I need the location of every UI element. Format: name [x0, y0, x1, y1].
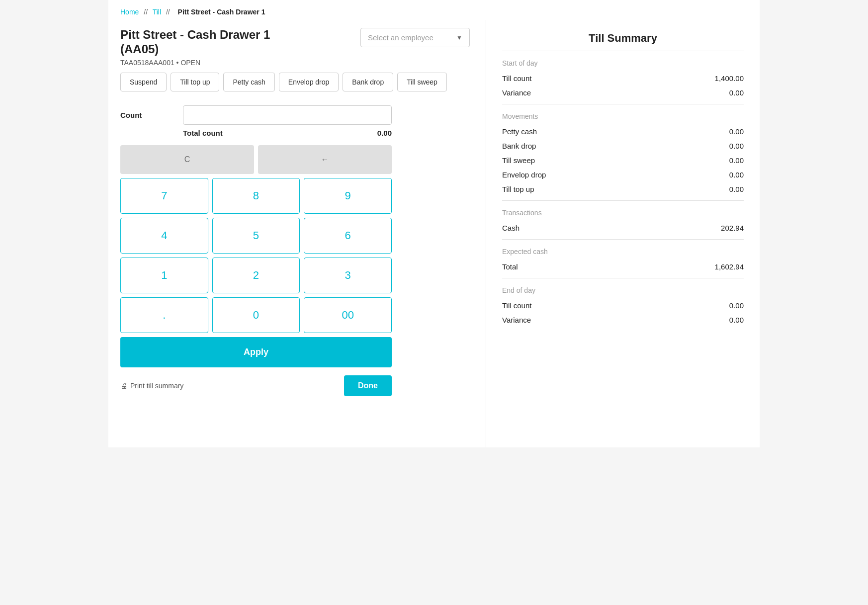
keypad: C ← 7 8 9 4 5 6 1 2 3 . 0 00 — [120, 145, 392, 396]
done-button[interactable]: Done — [344, 375, 392, 396]
till-count-end-label: Till count — [502, 301, 531, 310]
bank-drop-summary-label: Bank drop — [502, 142, 536, 150]
variance-end-row: Variance 0.00 — [502, 313, 744, 327]
right-panel: Till Summary Start of day Till count 1,4… — [486, 20, 760, 447]
till-sweep-button[interactable]: Till sweep — [397, 73, 447, 91]
bank-drop-row: Bank drop 0.00 — [502, 139, 744, 153]
action-buttons: Suspend Till top up Petty cash Envelop d… — [120, 73, 470, 91]
variance-end-value: 0.00 — [729, 316, 744, 324]
keypad-clear-button[interactable]: C — [120, 145, 254, 174]
bottom-row: 🖨 Print till summary Done — [120, 375, 392, 396]
chevron-down-icon: ▼ — [456, 34, 462, 41]
keypad-2[interactable]: 2 — [212, 258, 300, 293]
employee-select[interactable]: Select an employee ▼ — [360, 28, 470, 47]
count-row: Count — [120, 105, 470, 125]
apply-button[interactable]: Apply — [120, 337, 392, 367]
keypad-3[interactable]: 3 — [304, 258, 392, 293]
printer-icon: 🖨 — [120, 382, 127, 390]
keypad-9[interactable]: 9 — [304, 178, 392, 214]
total-row: Total 1,602.94 — [502, 259, 744, 274]
variance-start-label: Variance — [502, 88, 531, 97]
envelop-drop-summary-label: Envelop drop — [502, 171, 546, 179]
cash-label: Cash — [502, 224, 520, 232]
divider-3 — [502, 239, 744, 240]
breadcrumb-home[interactable]: Home — [120, 8, 139, 16]
divider-4 — [502, 278, 744, 278]
count-input[interactable] — [183, 105, 392, 125]
cash-row: Cash 202.94 — [502, 221, 744, 235]
keypad-0[interactable]: 0 — [212, 297, 300, 333]
till-sweep-row: Till sweep 0.00 — [502, 153, 744, 168]
variance-start-value: 0.00 — [729, 88, 744, 97]
till-count-start-value: 1,400.00 — [715, 74, 744, 83]
backspace-icon: ← — [321, 155, 329, 164]
total-value: 1,602.94 — [715, 262, 744, 271]
cash-value: 202.94 — [721, 224, 744, 232]
breadcrumb-till[interactable]: Till — [153, 8, 161, 16]
end-of-day-label: End of day — [502, 286, 744, 294]
till-top-up-summary-value: 0.00 — [729, 185, 744, 193]
till-sweep-summary-value: 0.00 — [729, 156, 744, 165]
till-top-up-button[interactable]: Till top up — [171, 73, 219, 91]
divider-2 — [502, 200, 744, 201]
header-row: Pitt Street - Cash Drawer 1 (AA05) TAA05… — [120, 28, 470, 67]
keypad-grid: 7 8 9 4 5 6 1 2 3 . 0 00 — [120, 178, 392, 333]
page-title: Pitt Street - Cash Drawer 1 (AA05) — [120, 28, 270, 57]
till-count-start-label: Till count — [502, 74, 531, 83]
start-of-day-label: Start of day — [502, 59, 744, 67]
employee-placeholder: Select an employee — [368, 33, 434, 42]
transactions-label: Transactions — [502, 209, 744, 217]
title-block: Pitt Street - Cash Drawer 1 (AA05) TAA05… — [120, 28, 270, 67]
total-count-value: 0.00 — [377, 129, 392, 137]
till-top-up-row: Till top up 0.00 — [502, 182, 744, 196]
keypad-7[interactable]: 7 — [120, 178, 208, 214]
till-count-start-row: Till count 1,400.00 — [502, 71, 744, 86]
count-label: Count — [120, 111, 175, 119]
envelop-drop-summary-value: 0.00 — [729, 171, 744, 179]
keypad-5[interactable]: 5 — [212, 218, 300, 254]
keypad-dot[interactable]: . — [120, 297, 208, 333]
petty-cash-button[interactable]: Petty cash — [223, 73, 274, 91]
left-panel: Pitt Street - Cash Drawer 1 (AA05) TAA05… — [108, 20, 486, 447]
keypad-00[interactable]: 00 — [304, 297, 392, 333]
total-count-label: Total count — [183, 129, 223, 137]
breadcrumb-current: Pitt Street - Cash Drawer 1 — [178, 8, 265, 16]
summary-title: Till Summary — [502, 32, 744, 51]
keypad-8[interactable]: 8 — [212, 178, 300, 214]
till-top-up-summary-label: Till top up — [502, 185, 534, 193]
total-count-row: Total count 0.00 — [120, 129, 392, 137]
divider-1 — [502, 104, 744, 104]
petty-cash-row: Petty cash 0.00 — [502, 124, 744, 139]
total-label: Total — [502, 262, 518, 271]
envelop-drop-row: Envelop drop 0.00 — [502, 168, 744, 182]
movements-label: Movements — [502, 112, 744, 120]
till-count-end-row: Till count 0.00 — [502, 298, 744, 313]
drawer-subtitle: TAA0518AAA001 • OPEN — [120, 59, 270, 67]
suspend-button[interactable]: Suspend — [120, 73, 167, 91]
variance-end-label: Variance — [502, 316, 531, 324]
till-sweep-summary-label: Till sweep — [502, 156, 535, 165]
breadcrumb: Home // Till // Pitt Street - Cash Drawe… — [108, 0, 760, 20]
petty-cash-summary-label: Petty cash — [502, 127, 537, 136]
variance-start-row: Variance 0.00 — [502, 86, 744, 100]
bank-drop-button[interactable]: Bank drop — [343, 73, 393, 91]
bank-drop-summary-value: 0.00 — [729, 142, 744, 150]
keypad-1[interactable]: 1 — [120, 258, 208, 293]
keypad-backspace-button[interactable]: ← — [258, 145, 392, 174]
print-label: Print till summary — [130, 382, 183, 390]
keypad-4[interactable]: 4 — [120, 218, 208, 254]
envelop-drop-button[interactable]: Envelop drop — [279, 73, 339, 91]
keypad-6[interactable]: 6 — [304, 218, 392, 254]
petty-cash-summary-value: 0.00 — [729, 127, 744, 136]
expected-cash-label: Expected cash — [502, 248, 744, 256]
till-count-end-value: 0.00 — [729, 301, 744, 310]
print-till-summary-link[interactable]: 🖨 Print till summary — [120, 382, 183, 390]
keypad-top-row: C ← — [120, 145, 392, 174]
